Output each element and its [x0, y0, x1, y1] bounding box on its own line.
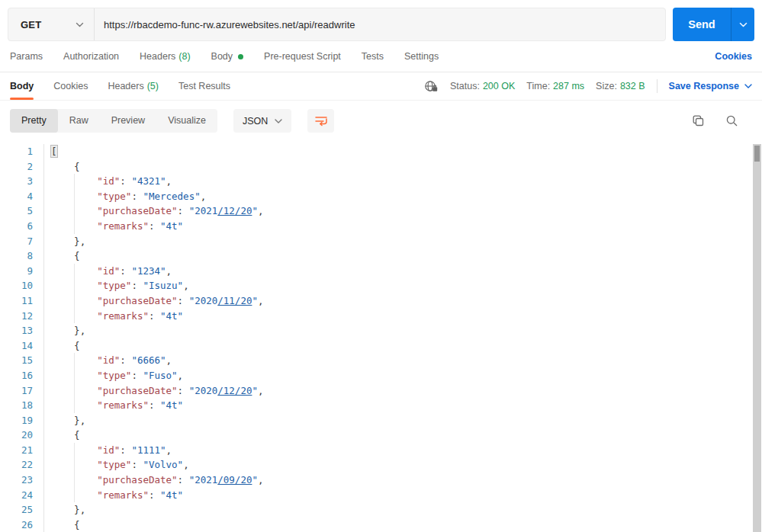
tab-params[interactable]: Params	[10, 51, 43, 62]
line-number: 2	[0, 159, 43, 175]
code-line: 25 },	[0, 502, 762, 518]
code-line: 22 "type": "Volvo",	[0, 457, 762, 473]
view-tab-preview[interactable]: Preview	[100, 109, 156, 133]
code-line: 8 {	[0, 248, 762, 264]
code-line: 6 "remarks": "4t"	[0, 219, 762, 234]
tab-tests[interactable]: Tests	[362, 51, 384, 62]
code-lines: 1[2 {3 "id": "4321",4 "type": "Mercedes"…	[0, 144, 762, 532]
globe-lock-icon[interactable]	[424, 80, 439, 93]
line-number: 25	[0, 502, 43, 518]
response-tab-cookies[interactable]: Cookies	[53, 72, 88, 100]
code-line-content: {	[43, 338, 762, 354]
save-response-button[interactable]: Save Response	[669, 81, 752, 91]
size-badge: Size: 832 B	[596, 81, 645, 91]
indent-guide	[74, 457, 75, 473]
code-line: 23 "purchaseDate": "2021/09/20",	[0, 473, 762, 488]
cookies-link[interactable]: Cookies	[715, 51, 752, 62]
response-tab-headers[interactable]: Headers(5)	[108, 72, 159, 100]
scrollbar-track[interactable]	[753, 144, 761, 532]
code-line: 3 "id": "4321",	[0, 174, 762, 189]
method-selector[interactable]: GET	[8, 8, 94, 40]
indent-guide	[74, 473, 75, 488]
code-line-content: "remarks": "4t"	[43, 309, 762, 324]
indent-guide	[74, 353, 75, 368]
indent-guide	[74, 309, 75, 324]
code-line: 1[	[0, 144, 762, 159]
code-line-content: "purchaseDate": "2021/09/20",	[43, 473, 762, 488]
line-number: 10	[0, 278, 43, 293]
tab-headers[interactable]: Headers(8)	[140, 51, 191, 62]
line-number: 24	[0, 488, 43, 503]
code-line: 11 "purchaseDate": "2020/11/20",	[0, 293, 762, 309]
line-number: 1	[0, 144, 43, 159]
response-tab-test-results[interactable]: Test Results	[178, 72, 230, 100]
indent-guide	[74, 443, 75, 458]
response-headers-count-badge: (5)	[147, 81, 159, 91]
code-line-content: "id": "4321",	[43, 174, 762, 189]
line-number: 23	[0, 473, 43, 488]
line-number: 19	[0, 413, 43, 428]
code-line: 13 },	[0, 323, 762, 338]
view-tab-raw[interactable]: Raw	[58, 109, 100, 133]
response-tab-body[interactable]: Body	[10, 72, 34, 100]
view-tab-pretty[interactable]: Pretty	[10, 109, 58, 133]
code-line-content: {	[43, 518, 762, 532]
indent-guide	[74, 383, 75, 399]
wrap-text-icon[interactable]	[307, 109, 334, 133]
code-line-content: "type": "Mercedes",	[43, 189, 762, 204]
code-line: 7 },	[0, 234, 762, 249]
send-button[interactable]: Send	[673, 8, 754, 41]
code-line-content: {	[43, 428, 762, 443]
line-number: 15	[0, 353, 43, 368]
code-line: 19 },	[0, 413, 762, 428]
time-value: 287 ms	[553, 81, 584, 91]
chevron-down-icon[interactable]	[731, 8, 754, 41]
request-bar: GET https://rbacdemo-func-rw.azurewebsit…	[0, 0, 762, 41]
code-line: 20 {	[0, 428, 762, 443]
indent-guide	[74, 174, 75, 189]
code-line: 21 "id": "1111",	[0, 443, 762, 458]
response-meta: Status: 200 OK Time: 287 ms Size: 832 B …	[424, 72, 752, 100]
request-tabs: Params Authorization Headers(8) Body Pre…	[0, 41, 762, 72]
line-number: 11	[0, 293, 43, 309]
code-line-content: "remarks": "4t"	[43, 219, 762, 234]
meta-divider	[657, 79, 658, 93]
code-line-content: "id": "1234",	[43, 264, 762, 279]
indent-guide	[74, 293, 75, 309]
indent-guide	[74, 219, 75, 234]
tab-authorization[interactable]: Authorization	[63, 51, 119, 62]
search-icon[interactable]	[725, 114, 738, 127]
view-tab-visualize[interactable]: Visualize	[156, 109, 217, 133]
copy-icon[interactable]	[692, 114, 705, 127]
code-line-content: "purchaseDate": "2021/12/20",	[43, 204, 762, 219]
code-line-content: "purchaseDate": "2020/12/20",	[43, 383, 762, 399]
code-line: 5 "purchaseDate": "2021/12/20",	[0, 204, 762, 219]
language-selector[interactable]: JSON	[233, 109, 291, 133]
toolbar-right	[692, 114, 752, 127]
code-line: 15 "id": "6666",	[0, 353, 762, 368]
code-line: 16 "type": "Fuso",	[0, 368, 762, 383]
indent-guide	[74, 204, 75, 219]
line-number: 18	[0, 398, 43, 413]
url-input[interactable]: https://rbacdemo-func-rw.azurewebsites.n…	[95, 8, 665, 40]
code-line: 14 {	[0, 338, 762, 354]
response-body-editor[interactable]: 1[2 {3 "id": "4321",4 "type": "Mercedes"…	[0, 140, 762, 532]
scrollbar-thumb[interactable]	[754, 146, 760, 162]
method-label: GET	[21, 19, 41, 30]
code-line-content: "type": "Isuzu",	[43, 278, 762, 293]
view-mode-group: Pretty Raw Preview Visualize	[10, 109, 217, 133]
line-number: 21	[0, 443, 43, 458]
indent-guide	[74, 189, 75, 204]
tab-settings[interactable]: Settings	[404, 51, 439, 62]
line-number: 16	[0, 368, 43, 383]
headers-count-badge: (8)	[178, 51, 190, 62]
line-number: 14	[0, 338, 43, 354]
code-line: 24 "remarks": "4t"	[0, 488, 762, 503]
tab-body[interactable]: Body	[211, 51, 244, 62]
indent-guide	[74, 488, 75, 503]
code-line-content: },	[43, 234, 762, 249]
code-line-content: {	[43, 248, 762, 264]
chevron-down-icon	[275, 119, 282, 123]
tab-pre-request-script[interactable]: Pre-request Script	[264, 51, 341, 62]
code-line: 10 "type": "Isuzu",	[0, 278, 762, 293]
